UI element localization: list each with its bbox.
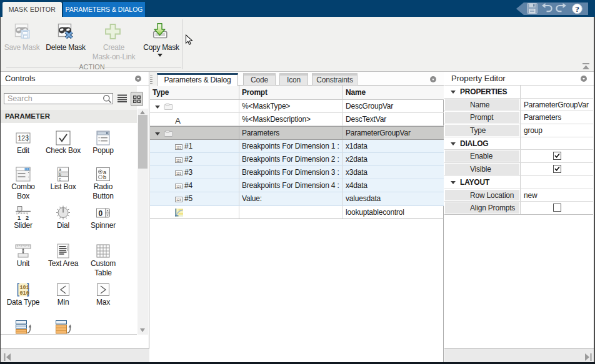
svg-text:1: 1: [18, 215, 21, 220]
svg-text:a: a: [59, 167, 61, 172]
svg-text:c: c: [59, 177, 61, 181]
svg-text:b: b: [59, 172, 61, 177]
svg-text:123: 123: [176, 185, 181, 189]
svg-text:0: 0: [99, 209, 103, 218]
svg-text:010: 010: [20, 290, 29, 297]
svg-text:2: 2: [26, 215, 29, 220]
svg-text:?: ?: [575, 4, 579, 14]
svg-text:b: b: [103, 174, 106, 180]
svg-text:123: 123: [18, 134, 29, 142]
svg-text:123: 123: [176, 145, 181, 149]
svg-text:123: 123: [176, 198, 181, 202]
svg-text:123: 123: [176, 171, 181, 175]
svg-text:123: 123: [176, 158, 181, 162]
